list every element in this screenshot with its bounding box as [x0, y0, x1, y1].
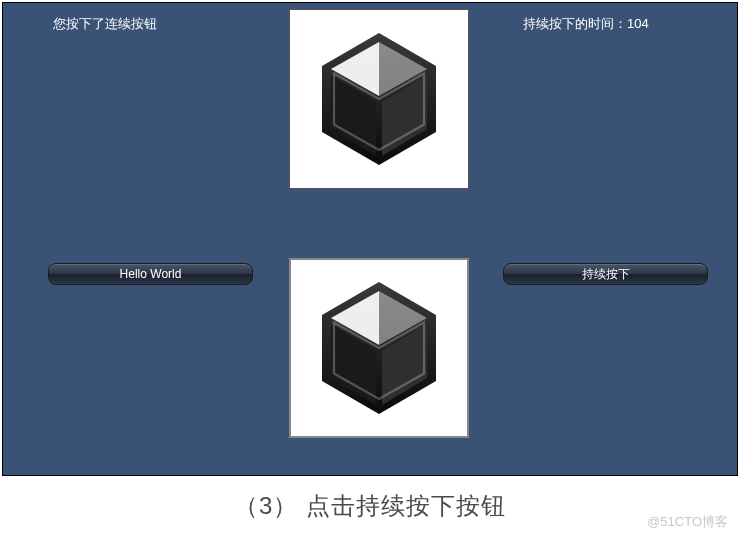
status-message-right: 持续按下的时间：104: [523, 15, 649, 33]
hello-world-button[interactable]: Hello World: [48, 263, 253, 285]
watermark-text: @51CTO博客: [647, 513, 728, 531]
status-message-left: 您按下了连续按钮: [53, 15, 157, 33]
hold-down-button[interactable]: 持续按下: [503, 263, 708, 285]
unity-logo-icon: [304, 24, 454, 174]
figure-caption: （3） 点击持续按下按钮: [0, 490, 740, 522]
logo-image-top: [289, 9, 469, 189]
status-left-text: 您按下了连续按钮: [53, 16, 157, 31]
logo-image-bottom: [289, 258, 469, 438]
game-viewport: 您按下了连续按钮 持续按下的时间：104 Hello World 持续按下: [2, 2, 738, 476]
unity-logo-icon: [304, 273, 454, 423]
button-label: Hello World: [120, 267, 182, 281]
status-right-label: 持续按下的时间：: [523, 16, 627, 31]
status-right-value: 104: [627, 16, 649, 31]
button-label: 持续按下: [582, 267, 630, 281]
